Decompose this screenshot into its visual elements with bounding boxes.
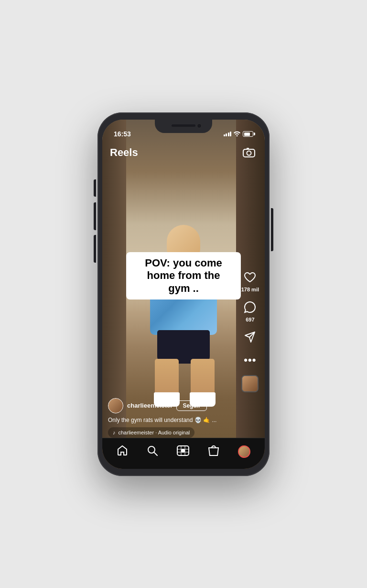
notch (155, 120, 212, 133)
svg-point-10 (181, 449, 185, 453)
post-caption: Only the gym rats will understand 💀 🤙 ..… (108, 416, 259, 424)
comment-count: 697 (246, 317, 254, 322)
phone-wrapper: 16:53 (93, 108, 274, 481)
audio-row[interactable]: ♪ charlieemeister · Audio original (108, 427, 194, 438)
phone-frame: 16:53 (97, 112, 270, 476)
camera-button[interactable] (241, 144, 257, 161)
signal-bar-3 (228, 133, 229, 136)
battery-icon (243, 131, 253, 137)
heart-icon (244, 272, 256, 285)
status-icons (224, 131, 254, 138)
caption-overlay-text: POV: you come home from the gym .. (145, 257, 222, 294)
right-actions: 178 mil 697 (241, 272, 259, 392)
wifi-icon (234, 131, 240, 138)
comment-icon (244, 301, 256, 315)
comment-button[interactable]: 697 (244, 301, 256, 322)
music-note-icon: ♪ (113, 430, 116, 435)
volume-up-button[interactable] (94, 202, 96, 230)
share-button[interactable] (244, 331, 256, 345)
audio-thumbnail[interactable] (241, 375, 259, 392)
svg-rect-0 (243, 149, 255, 157)
avatar-image (108, 399, 123, 413)
volume-down-button[interactable] (94, 235, 96, 263)
signal-bar-4 (230, 132, 231, 136)
battery-fill (244, 133, 250, 136)
svg-rect-2 (247, 148, 249, 150)
reels-nav-icon (177, 445, 189, 458)
more-button[interactable]: ••• (244, 354, 256, 366)
nav-home[interactable] (112, 442, 133, 461)
user-row: charlieemeister Seguir (108, 398, 259, 413)
like-count: 178 mil (241, 287, 259, 292)
power-button[interactable] (271, 208, 273, 251)
svg-point-1 (247, 151, 251, 155)
nav-search[interactable] (142, 443, 162, 461)
nav-profile[interactable] (233, 443, 255, 461)
bottom-info: charlieemeister Seguir Only the gym rats… (102, 398, 265, 438)
signal-bar-1 (224, 134, 225, 136)
signal-bar-2 (226, 133, 227, 136)
username-label: charlieemeister (127, 402, 173, 409)
front-camera (197, 123, 202, 128)
reels-title: Reels (110, 146, 138, 159)
bottom-nav (102, 438, 265, 469)
phone-screen: 16:53 (102, 120, 265, 469)
mute-button[interactable] (94, 179, 96, 197)
signal-bars (224, 132, 232, 136)
search-icon (147, 445, 158, 458)
home-icon (117, 445, 128, 458)
nav-reels[interactable] (172, 443, 194, 461)
person-leg-left (155, 359, 179, 397)
user-avatar[interactable] (108, 398, 123, 413)
shop-icon (208, 445, 219, 458)
like-button[interactable]: 178 mil (241, 272, 259, 292)
profile-avatar (238, 445, 250, 458)
follow-button[interactable]: Seguir (176, 400, 206, 411)
more-icon: ••• (244, 354, 256, 366)
audio-text: charlieemeister · Audio original (119, 430, 190, 435)
speaker (172, 124, 195, 127)
video-caption-overlay: POV: you come home from the gym .. (126, 252, 241, 300)
svg-line-4 (154, 452, 157, 455)
send-icon (244, 331, 256, 345)
nav-shop[interactable] (204, 442, 224, 461)
status-time: 16:53 (114, 130, 131, 138)
reels-header: Reels (102, 141, 265, 165)
person-leg-right (191, 359, 215, 397)
